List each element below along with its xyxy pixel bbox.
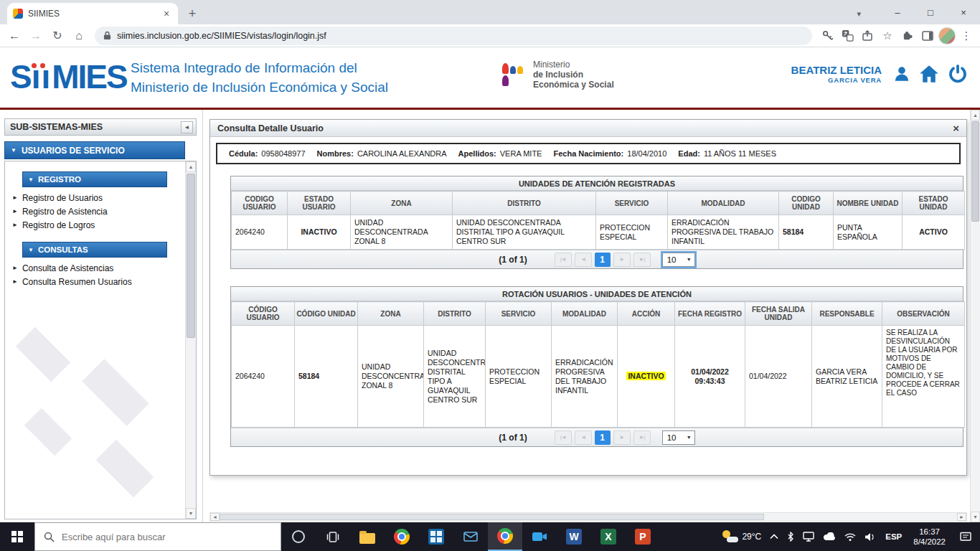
back-button[interactable]: ← [4,26,24,46]
search-input[interactable] [62,523,255,550]
share-icon[interactable] [858,27,877,45]
video-app-button[interactable] [522,522,557,551]
select-caret-icon: ▼ [687,435,692,440]
blue-app-button[interactable] [419,522,453,551]
taskbar-search[interactable] [34,522,281,551]
column-header: CÓDIGO USUARIO [232,302,295,326]
table-title: UNIDADES DE ATENCIÓN REGISTRADAS [231,176,963,191]
paginator-page-button[interactable]: 1 [595,253,611,267]
paginator-first-button[interactable] [555,430,572,445]
paginator-last-button[interactable] [633,430,651,445]
start-button[interactable] [0,522,34,551]
extensions-puzzle-icon[interactable] [898,27,917,45]
reload-button[interactable]: ↻ [47,26,67,46]
paginator-next-button[interactable] [613,253,631,267]
scrollbar-thumb[interactable] [971,121,979,222]
excel-button[interactable] [591,522,626,551]
time-label: 16:37 [919,527,940,537]
browser-tab[interactable]: SIIMIES × [7,3,178,24]
profile-avatar[interactable] [938,27,956,44]
paginator-last-button[interactable] [633,253,651,267]
browser-menu-icon[interactable]: ⋮ [957,27,976,45]
chrome-button[interactable] [385,522,419,551]
sidebar-item-registro-asistencia[interactable]: ►Registro de Asistencia [12,204,196,218]
paginator-page-button[interactable]: 1 [595,430,611,445]
column-header: FECHA REGISTRO [675,302,745,326]
task-view-button[interactable] [316,522,350,551]
dialog-close-icon[interactable] [953,123,959,133]
new-tab-button[interactable]: + [182,4,202,24]
powerpoint-button[interactable] [626,522,660,551]
word-icon [566,529,582,545]
bluetooth-tray-button[interactable] [783,522,798,551]
page-vertical-scrollbar[interactable]: ▲ ▼ [970,110,980,522]
site-lock-icon[interactable] [103,31,111,40]
scrollbar-thumb[interactable] [187,174,195,338]
word-button[interactable] [557,522,591,551]
home-button[interactable]: ⌂ [69,26,89,46]
tray-expand-button[interactable] [765,522,783,551]
logout-power-icon[interactable] [947,63,969,85]
scroll-right-button[interactable]: ► [957,513,966,521]
cloud-icon [823,532,836,541]
scroll-down-button[interactable]: ▼ [971,512,980,522]
task-view-icon [326,532,339,542]
column-header: SERVICIO [596,192,668,215]
sidebar-menu-panel: ▼ REGISTRO ►Registro de Usuarios ►Regist… [4,161,197,519]
bluetooth-icon [787,532,794,542]
display-tray-button[interactable] [798,522,819,551]
sidebar-collapse-button[interactable]: ◄ [181,121,193,133]
mail-button[interactable] [453,522,488,551]
rows-per-page-select[interactable]: 10 ▼ [662,253,695,267]
paginator-first-button[interactable] [555,253,572,267]
sidebar-title-bar: SUB-SISTEMAS-MIES ◄ [4,118,197,136]
volume-tray-button[interactable] [860,522,880,551]
network-tray-button[interactable] [840,522,860,551]
address-bar[interactable]: siimies.inclusion.gob.ec/SIIMIES/vistas/… [95,27,812,45]
home-icon[interactable] [919,65,939,83]
bookmark-star-icon[interactable]: ☆ [878,27,897,45]
rows-per-page-select[interactable]: 10 ▼ [662,430,695,445]
sidebar-item-consulta-resumen[interactable]: ►Consulta Resumen Usuarios [12,275,196,288]
onedrive-tray-button[interactable] [819,522,840,551]
window-minimize-button[interactable]: – [881,0,914,24]
taskbar-clock[interactable]: 16:37 8/4/2022 [908,522,951,551]
chrome-active-button[interactable] [488,522,522,551]
scroll-up-button[interactable]: ▲ [971,110,980,121]
action-center-button[interactable] [951,522,980,551]
scroll-down-button[interactable]: ▼ [186,508,196,519]
scroll-up-button[interactable]: ▲ [186,161,196,172]
ministry-logo: Ministerio de Inclusión Económica y Soci… [502,60,614,90]
sidebar-scrollbar[interactable]: ▲ ▼ [185,161,196,519]
paginator-prev-button[interactable] [575,253,592,267]
window-close-button[interactable]: × [947,0,980,24]
sidebar-item-registro-usuarios[interactable]: ►Registro de Usuarios [12,191,196,204]
translate-icon[interactable] [838,27,857,45]
scroll-left-button[interactable]: ◄ [210,513,220,521]
tab-close-icon[interactable]: × [161,8,172,19]
file-explorer-button[interactable] [350,522,385,551]
app-title: Sistema Integrado de Información del Min… [131,58,388,97]
accordion-usuarios-de-servicio[interactable]: ▼ USUARIOS DE SERVICIO [4,141,185,159]
side-panel-icon[interactable] [918,27,937,45]
sidebar-item-consulta-asistencias[interactable]: ►Consulta de Asistencias [12,261,196,275]
paginator-prev-button[interactable] [575,430,592,445]
language-indicator[interactable]: ESP [880,522,908,551]
menu-registro[interactable]: ▼ REGISTRO [22,171,167,187]
column-header: ESTADO UNIDAD [903,192,965,215]
menu-consultas[interactable]: ▼ CONSULTAS [22,242,167,258]
password-key-icon[interactable] [818,27,837,45]
sidebar-item-registro-logros[interactable]: ►Registro de Logros [12,218,196,232]
temperature-label: 29°C [742,532,761,542]
user-profile-icon[interactable] [892,65,911,83]
forward-button[interactable]: → [26,26,46,46]
main-horizontal-scrollbar[interactable]: ◄ ► [209,512,967,522]
window-maximize-button[interactable]: □ [914,0,947,24]
arrow-right-icon: ► [12,208,18,215]
paginator-next-button[interactable] [613,430,631,445]
cortana-button[interactable] [281,522,316,551]
weather-widget[interactable]: 29°C [718,522,765,551]
tab-search-chevron-icon[interactable]: ▾ [857,9,861,19]
column-header: DISTRITO [424,302,486,326]
scrollbar-thumb[interactable] [220,514,764,520]
